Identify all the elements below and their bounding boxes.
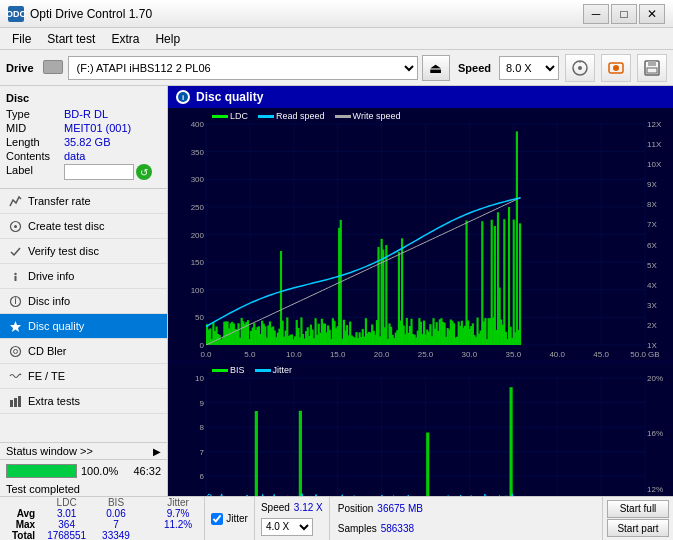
svg-rect-22 <box>18 396 21 407</box>
write-icon-button[interactable] <box>601 54 631 82</box>
sidebar-item-drive-info[interactable]: Drive info <box>0 264 167 289</box>
cd-bler-icon <box>8 344 22 358</box>
status-window-label: Status window >> <box>6 445 93 457</box>
avg-ldc: 3.01 <box>39 508 94 519</box>
max-jitter: 11.2% <box>156 519 200 530</box>
progress-bar-container <box>6 464 77 478</box>
verify-test-disc-icon <box>8 244 22 258</box>
svg-rect-1 <box>44 61 62 73</box>
chart2-wrapper: BIS Jitter <box>168 362 673 496</box>
total-jitter <box>156 530 200 541</box>
speed-label: Speed <box>261 502 290 513</box>
position-samples-area: Position 36675 MB Samples 586338 <box>329 497 431 540</box>
sidebar-item-fe-te[interactable]: FE / TE <box>0 364 167 389</box>
drive-select[interactable]: (F:) ATAPI iHBS112 2 PL06 <box>68 56 418 80</box>
disc-label-icon[interactable]: ↺ <box>136 164 152 180</box>
test-completed-status: Test completed <box>0 482 167 496</box>
legend-write-speed-label: Write speed <box>353 111 401 121</box>
sidebar-item-verify-test-disc[interactable]: Verify test disc <box>0 239 167 264</box>
sidebar-item-cd-bler[interactable]: CD Bler <box>0 339 167 364</box>
legend-read-speed-color <box>258 115 274 118</box>
transfer-rate-icon <box>8 194 22 208</box>
menu-start-test[interactable]: Start test <box>39 30 103 48</box>
eject-button[interactable]: ⏏ <box>422 55 450 81</box>
extra-tests-label: Extra tests <box>28 395 80 407</box>
svg-rect-8 <box>648 61 656 66</box>
drive-icon <box>42 57 64 79</box>
sidebar-item-disc-quality[interactable]: Disc quality <box>0 314 167 339</box>
progress-row: 100.0% 46:32 <box>0 460 167 482</box>
legend-ldc: LDC <box>212 111 248 121</box>
jitter-label: Jitter <box>226 513 248 524</box>
position-row: Position 36675 MB <box>338 503 423 514</box>
speed-value: 3.12 X <box>294 502 323 513</box>
disc-label-input-group: ↺ <box>64 164 152 180</box>
svg-rect-21 <box>14 398 17 407</box>
speed-label: Speed <box>458 62 491 74</box>
avg-bis: 0.06 <box>94 508 138 519</box>
svg-text:i: i <box>182 93 184 102</box>
svg-rect-20 <box>10 400 13 407</box>
svg-point-12 <box>14 272 16 274</box>
menu-help[interactable]: Help <box>147 30 188 48</box>
legend-bis: BIS <box>212 365 245 375</box>
start-full-button[interactable]: Start full <box>607 500 669 518</box>
toolbar: Drive (F:) ATAPI iHBS112 2 PL06 ⏏ Speed … <box>0 50 673 86</box>
speed-select[interactable]: 8.0 X <box>499 56 559 80</box>
legend-read-speed-label: Read speed <box>276 111 325 121</box>
svg-rect-13 <box>14 276 16 281</box>
extra-tests-icon <box>8 394 22 408</box>
progress-bar-fill <box>7 465 76 477</box>
legend-bis-label: BIS <box>230 365 245 375</box>
speed-select-stats[interactable]: 4.0 X <box>261 518 313 536</box>
sidebar-nav: Transfer rate Create test disc Verify te… <box>0 189 167 442</box>
menu-file[interactable]: File <box>4 30 39 48</box>
sidebar-item-transfer-rate[interactable]: Transfer rate <box>0 189 167 214</box>
disc-mid-field: MID MEIT01 (001) <box>6 122 161 134</box>
legend-jitter: Jitter <box>255 365 293 375</box>
disc-quality-icon <box>8 319 22 333</box>
stats-row: LDC BIS Jitter Avg 3.01 0.06 9.7% Max 36… <box>0 496 673 540</box>
disc-contents-field: Contents data <box>6 150 161 162</box>
progress-percent: 100.0% <box>81 465 121 477</box>
status-chevron-icon: ▶ <box>153 446 161 457</box>
main-layout: Disc Type BD-R DL MID MEIT01 (001) Lengt… <box>0 86 673 496</box>
disc-label-input[interactable] <box>64 164 134 180</box>
sidebar-item-create-test-disc[interactable]: Create test disc <box>0 214 167 239</box>
legend-ldc-label: LDC <box>230 111 248 121</box>
start-part-button[interactable]: Start part <box>607 519 669 537</box>
sidebar-item-disc-info[interactable]: Disc info <box>0 289 167 314</box>
maximize-button[interactable]: □ <box>611 4 637 24</box>
read-icon-button[interactable] <box>565 54 595 82</box>
app-icon: ODC <box>8 6 24 22</box>
jitter-checkbox[interactable] <box>211 513 223 525</box>
max-label: Max <box>4 519 39 530</box>
samples-value: 586338 <box>381 523 414 534</box>
close-button[interactable]: ✕ <box>639 4 665 24</box>
svg-rect-9 <box>647 68 657 73</box>
disc-info-label: Disc info <box>28 295 70 307</box>
create-test-disc-label: Create test disc <box>28 220 104 232</box>
stats-total-row: Total 1768551 33349 <box>4 530 200 541</box>
legend-ldc-color <box>212 115 228 118</box>
legend-jitter-color <box>255 369 271 372</box>
speed-display-row: Speed 3.12 X <box>261 502 323 513</box>
fe-te-label: FE / TE <box>28 370 65 382</box>
sidebar: Disc Type BD-R DL MID MEIT01 (001) Lengt… <box>0 86 168 496</box>
save-icon-button[interactable] <box>637 54 667 82</box>
position-label: Position <box>338 503 374 514</box>
stats-max-row: Max 364 7 11.2% <box>4 519 200 530</box>
disc-mid-label: MID <box>6 122 64 134</box>
svg-point-3 <box>578 66 582 70</box>
time-display: 46:32 <box>125 465 161 477</box>
menu-extra[interactable]: Extra <box>103 30 147 48</box>
minimize-button[interactable]: ─ <box>583 4 609 24</box>
max-bis: 7 <box>94 519 138 530</box>
avg-label: Avg <box>4 508 39 519</box>
sidebar-item-extra-tests[interactable]: Extra tests <box>0 389 167 414</box>
chart1-legend: LDC Read speed Write speed <box>212 111 400 121</box>
status-window-button[interactable]: Status window >> ▶ <box>0 443 167 460</box>
status-section: Status window >> ▶ 100.0% 46:32 Test com… <box>0 442 167 496</box>
total-bis: 33349 <box>94 530 138 541</box>
menu-bar: File Start test Extra Help <box>0 28 673 50</box>
